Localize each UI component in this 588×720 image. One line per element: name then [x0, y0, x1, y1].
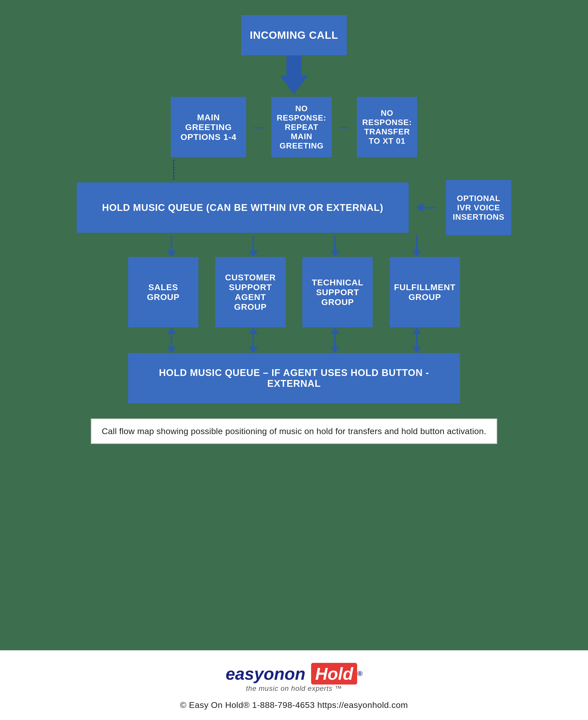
shaft	[252, 235, 254, 251]
hold-music-bottom-box: HOLD MUSIC QUEUE – IF AGENT USES HOLD BU…	[128, 353, 460, 403]
small-arrow-ts	[331, 235, 339, 257]
logo-on: on	[264, 664, 285, 683]
logo-container: easy on on Hold ® the music on hold expe…	[220, 660, 368, 695]
no-response-2-section: NO RESPONSE: TRANSFER TO XT 01	[357, 97, 417, 157]
arrow-left-connector	[416, 203, 436, 212]
h-line	[254, 127, 264, 128]
logo-reg: ®	[357, 670, 362, 678]
arrow-left-head	[416, 203, 423, 212]
caption-box: Call flow map showing possible positioni…	[91, 419, 497, 444]
dashed-v-section	[128, 160, 460, 180]
customer-support-box: CUSTOMER SUPPORT AGENT GROUP	[215, 257, 286, 327]
arrow-to-sales	[167, 235, 176, 257]
shaft	[416, 235, 418, 251]
arrow-shaft	[287, 55, 301, 76]
technical-support-box: TECHNICAL SUPPORT GROUP	[302, 257, 373, 327]
h-connector-1	[254, 127, 264, 128]
arrow-head	[280, 76, 308, 94]
main-area: INCOMING CALL MAIN GREETING OPTIONS 1-4	[0, 0, 588, 650]
small-arrow-fg	[412, 235, 421, 257]
double-arrow-2	[249, 327, 258, 353]
double-arrow-3	[331, 327, 339, 353]
main-arrow-down	[280, 55, 308, 94]
sales-group-box: SALES GROUP	[128, 257, 198, 327]
logo-text: easy on on Hold ®	[226, 663, 362, 684]
h-connector-2	[339, 127, 349, 128]
head-up	[167, 327, 176, 334]
top-section: INCOMING CALL	[241, 15, 347, 94]
groups-row: SALES GROUP CUSTOMER SUPPORT AGENT GROUP…	[128, 257, 460, 327]
optional-ivr-box: OPTIONAL IVR VOICE INSERTIONS	[446, 180, 511, 235]
hold-queue-row: HOLD MUSIC QUEUE (CAN BE WITHIN IVR OR E…	[77, 180, 511, 235]
head	[331, 251, 339, 257]
head	[412, 251, 421, 257]
arrow-left-shaft	[423, 207, 436, 208]
double-arrows-bottom	[128, 327, 460, 353]
shaft	[171, 334, 172, 346]
dashed-v-line	[173, 160, 174, 180]
shaft	[416, 334, 418, 346]
small-arrow-cs	[249, 235, 258, 257]
shaft	[252, 334, 254, 346]
greeting-section: MAIN GREETING OPTIONS 1-4	[171, 97, 246, 157]
head-down	[331, 346, 339, 353]
logo-on-2: on	[285, 664, 310, 683]
arrow-to-customer-support	[249, 235, 258, 257]
ivr-connector	[416, 203, 436, 212]
logo-hold: Hold	[311, 663, 357, 684]
logo-box: easy on on Hold ® the music on hold expe…	[220, 660, 368, 695]
incoming-call-box: INCOMING CALL	[241, 15, 347, 55]
hold-music-queue-box: HOLD MUSIC QUEUE (CAN BE WITHIN IVR OR E…	[77, 182, 409, 233]
flowchart: INCOMING CALL MAIN GREETING OPTIONS 1-4	[30, 15, 558, 444]
arrow-to-tech-support	[331, 235, 339, 257]
greeting-row: MAIN GREETING OPTIONS 1-4 NO RESPONSE: R…	[171, 97, 417, 157]
head-down	[412, 346, 421, 353]
arrow-to-fulfillment	[412, 235, 421, 257]
head	[249, 251, 258, 257]
head-up	[249, 327, 258, 334]
footer-copyright: © Easy On Hold® 1-888-798-4653 https://e…	[180, 700, 408, 710]
shaft	[171, 235, 172, 251]
head-up	[412, 327, 421, 334]
no-response-1-section: NO RESPONSE: REPEAT MAIN GREETING	[271, 97, 332, 157]
arrows-to-groups	[128, 235, 460, 257]
double-arrow-4	[412, 327, 421, 353]
double-arrow-1	[167, 327, 176, 353]
head-down	[249, 346, 258, 353]
head-down	[167, 346, 176, 353]
no-response-1-box: NO RESPONSE: REPEAT MAIN GREETING	[271, 97, 332, 157]
footer-area: easy on on Hold ® the music on hold expe…	[0, 650, 588, 720]
h-line-2	[339, 127, 349, 128]
shaft	[334, 235, 336, 251]
head-up	[331, 327, 339, 334]
shaft	[334, 334, 336, 346]
no-response-2-box: NO RESPONSE: TRANSFER TO XT 01	[357, 97, 417, 157]
head	[167, 251, 176, 257]
fulfillment-group-box: FULFILLMENT GROUP	[390, 257, 460, 327]
logo-easy: easy	[226, 664, 264, 683]
logo-tagline: the music on hold experts ™	[246, 684, 342, 693]
small-arrow-sales	[167, 235, 176, 257]
main-greeting-box: MAIN GREETING OPTIONS 1-4	[171, 97, 246, 157]
